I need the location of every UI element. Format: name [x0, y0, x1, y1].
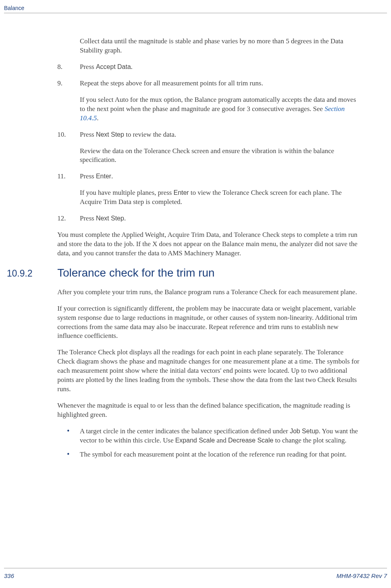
body-paragraph: Whenever the magnitude is equal to or le…	[57, 401, 362, 420]
intro-paragraph: Collect data until the magnitude is stab…	[57, 37, 362, 55]
ui-label: Accept Data	[96, 63, 131, 70]
step-number: 10.	[57, 130, 80, 165]
step-body: Press Next Step to review the data.Revie…	[80, 130, 362, 165]
ui-label: Enter	[174, 189, 189, 196]
ui-label: Next Step	[96, 215, 124, 222]
text-run: to change the plot scaling.	[273, 436, 346, 444]
text-run: and	[215, 436, 228, 444]
text-run: .	[124, 214, 126, 222]
body-paragraph: After you complete your trim runs, the B…	[57, 288, 362, 297]
ui-label: Decrease Scale	[228, 437, 273, 444]
text-run: .	[131, 63, 132, 71]
step-text: Press Next Step.	[80, 214, 362, 223]
step-text: Press Enter.	[80, 172, 362, 181]
bullet-text: The symbol for each measurement point at…	[80, 450, 362, 459]
text-run: Press	[80, 131, 96, 138]
step-item: 10.Press Next Step to review the data.Re…	[57, 130, 362, 165]
text-run: to review the data.	[124, 131, 176, 138]
step-number: 8.	[57, 63, 80, 72]
text-run: If you select Auto for the mux option, t…	[80, 96, 356, 113]
step-number: 12.	[57, 214, 80, 223]
bullet-icon: •	[67, 427, 80, 445]
ui-label: Next Step	[96, 131, 124, 138]
step-body: Press Next Step.	[80, 214, 362, 223]
page-footer: 336 MHM-97432 Rev 7	[4, 568, 387, 579]
step-text: Repeat the steps above for all measureme…	[80, 79, 362, 88]
doc-id: MHM-97432 Rev 7	[336, 572, 387, 579]
bullet-text: A target circle in the center indicates …	[80, 427, 362, 445]
text-run: Review the data on the Tolerance Check s…	[80, 147, 334, 164]
step-item: 9.Repeat the steps above for all measure…	[57, 79, 362, 123]
step-sub-text: Review the data on the Tolerance Check s…	[80, 147, 362, 165]
step-sub-text: If you have multiple planes, press Enter…	[80, 188, 362, 207]
body-paragraph: If your correction is significantly diff…	[57, 304, 362, 341]
step-body: Press Accept Data.	[80, 63, 362, 72]
step-text: Press Next Step to review the data.	[80, 130, 362, 139]
header-rule	[4, 13, 387, 13]
step-number: 11.	[57, 172, 80, 207]
text-run: .	[111, 172, 113, 180]
footer-rule	[4, 568, 387, 568]
step-item: 8.Press Accept Data.	[57, 63, 362, 72]
body-paragraph: The Tolerance Check plot displays all th…	[57, 348, 362, 394]
page-number: 336	[4, 572, 14, 579]
header-section: Balance	[4, 5, 24, 11]
step-body: Press Enter.If you have multiple planes,…	[80, 172, 362, 207]
step-text: Press Accept Data.	[80, 63, 362, 72]
text-run: Press	[80, 63, 96, 71]
bullet-item: •The symbol for each measurement point a…	[57, 450, 362, 459]
text-run: The symbol for each measurement point at…	[80, 451, 346, 458]
ui-label: Job Setup	[290, 428, 319, 434]
text-run: Press	[80, 172, 96, 180]
text-run: Press	[80, 214, 96, 222]
step-item: 11.Press Enter.If you have multiple plan…	[57, 172, 362, 207]
ui-label: Expand Scale	[175, 437, 215, 444]
bullet-item: •A target circle in the center indicates…	[57, 427, 362, 445]
section-title: Tolerance check for the trim run	[57, 265, 215, 281]
text-run: .	[97, 114, 99, 122]
section-heading: 10.9.2 Tolerance check for the trim run	[7, 265, 362, 281]
closing-paragraph: You must complete the Applied Weight, Ac…	[57, 230, 362, 258]
page-content: Collect data until the magnitude is stab…	[57, 37, 362, 464]
step-body: Repeat the steps above for all measureme…	[80, 79, 362, 123]
text-run: A target circle in the center indicates …	[80, 427, 290, 435]
step-sub-text: If you select Auto for the mux option, t…	[80, 95, 362, 123]
bullet-icon: •	[67, 450, 80, 459]
section-number: 10.9.2	[7, 267, 57, 280]
ui-label: Enter	[96, 173, 111, 180]
step-number: 9.	[57, 79, 80, 123]
step-item: 12.Press Next Step.	[57, 214, 362, 223]
text-run: If you have multiple planes, press	[80, 189, 174, 196]
text-run: Repeat the steps above for all measureme…	[80, 79, 263, 87]
